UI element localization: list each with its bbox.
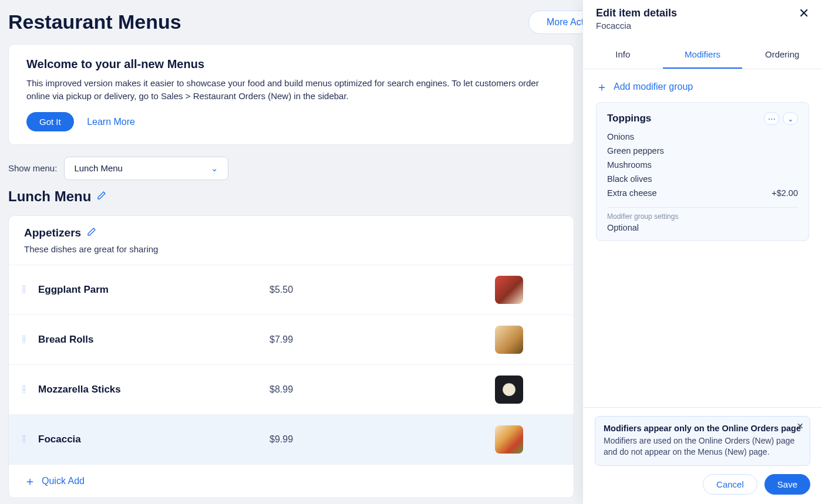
more-options-icon[interactable]: ⋯ xyxy=(764,112,779,125)
menu-item-row[interactable]: ⠿⠿ Bread Rolls $7.99 xyxy=(9,314,574,364)
notice-title: Modifiers appear only on the Online Orde… xyxy=(604,424,801,433)
item-thumbnail xyxy=(495,425,523,454)
learn-more-link[interactable]: Learn More xyxy=(87,117,135,127)
drag-handle-icon[interactable]: ⠿⠿ xyxy=(22,435,30,444)
modifier-group-title: Toppings xyxy=(607,113,651,124)
notice-body: Modifiers are used on the Online Orders … xyxy=(604,435,801,458)
modifier-group-card: Toppings ⋯ ⌄ Onions Green peppers Mushro… xyxy=(596,102,809,241)
add-modifier-group-label: Add modifier group xyxy=(614,82,693,92)
modifier-option-row: Black olives xyxy=(607,172,798,186)
menu-item-row[interactable]: ⠿⠿ Focaccia $9.99 xyxy=(9,414,574,464)
tab-ordering[interactable]: Ordering xyxy=(742,41,822,69)
item-price: $5.50 xyxy=(269,285,340,295)
edit-item-panel: Edit item details Focaccia ✕ Info Modifi… xyxy=(582,0,822,504)
pencil-icon[interactable] xyxy=(87,227,96,239)
menu-select[interactable]: Lunch Menu ⌄ xyxy=(64,157,228,180)
item-thumbnail xyxy=(495,376,523,404)
plus-icon: ＋ xyxy=(24,475,36,487)
menu-item-row[interactable]: ⠿⠿ Mozzarella Sticks $8.99 xyxy=(9,364,574,414)
panel-title: Edit item details xyxy=(596,7,677,19)
modifier-option-row: Mushrooms xyxy=(607,158,798,172)
pencil-icon[interactable] xyxy=(97,191,106,202)
item-name: Mozzarella Sticks xyxy=(38,384,261,395)
tab-info[interactable]: Info xyxy=(583,41,663,69)
item-thumbnail xyxy=(495,276,523,304)
tab-modifiers[interactable]: Modifiers xyxy=(663,41,743,69)
item-name: Eggplant Parm xyxy=(38,284,261,296)
panel-subtitle: Focaccia xyxy=(596,21,677,31)
item-price: $8.99 xyxy=(269,384,340,395)
close-icon[interactable]: ✕ xyxy=(799,7,809,20)
menu-select-value: Lunch Menu xyxy=(74,163,123,173)
drag-handle-icon[interactable]: ⠿⠿ xyxy=(22,336,30,344)
modifiers-notice: ✕ Modifiers appear only on the Online Or… xyxy=(595,416,810,466)
modifier-option-row: Extra cheese+$2.00 xyxy=(607,186,798,200)
banner-body: This improved version makes it easier to… xyxy=(26,77,556,103)
menu-section: Appetizers These dishes are great for sh… xyxy=(8,215,574,498)
modifier-settings-label: Modifier group settings xyxy=(607,212,798,221)
banner-title: Welcome to your all-new Menus xyxy=(26,57,556,71)
item-price: $7.99 xyxy=(269,334,340,345)
item-name: Bread Rolls xyxy=(38,334,261,346)
item-thumbnail xyxy=(495,326,523,354)
item-name: Focaccia xyxy=(38,434,261,445)
show-menu-label: Show menu: xyxy=(8,163,57,173)
close-icon[interactable]: ✕ xyxy=(797,421,804,431)
menu-title: Lunch Menu xyxy=(8,188,91,205)
got-it-button[interactable]: Got It xyxy=(26,112,74,131)
add-modifier-group-button[interactable]: ＋ Add modifier group xyxy=(596,81,809,93)
item-price: $9.99 xyxy=(269,434,340,445)
chevron-down-icon: ⌄ xyxy=(211,163,218,174)
page-title: Restaurant Menus xyxy=(8,0,574,44)
cancel-button[interactable]: Cancel xyxy=(703,474,757,495)
section-title: Appetizers xyxy=(24,226,81,239)
modifier-option-row: Onions xyxy=(607,130,798,144)
quick-add-label: Quick Add xyxy=(42,476,85,486)
modifier-option-row: Green peppers xyxy=(607,144,798,158)
plus-icon: ＋ xyxy=(596,81,608,93)
welcome-banner: Welcome to your all-new Menus This impro… xyxy=(8,44,574,145)
modifier-settings-value: Optional xyxy=(607,223,798,232)
drag-handle-icon[interactable]: ⠿⠿ xyxy=(22,286,30,294)
more-actions-button[interactable]: More Actions xyxy=(528,11,582,34)
menu-item-row[interactable]: ⠿⠿ Eggplant Parm $5.50 xyxy=(9,265,574,314)
save-button[interactable]: Save xyxy=(764,474,810,495)
section-description: These dishes are great for sharing xyxy=(24,244,558,254)
chevron-down-icon[interactable]: ⌄ xyxy=(783,112,798,125)
quick-add-button[interactable]: ＋ Quick Add xyxy=(9,464,574,498)
drag-handle-icon[interactable]: ⠿⠿ xyxy=(22,385,30,394)
